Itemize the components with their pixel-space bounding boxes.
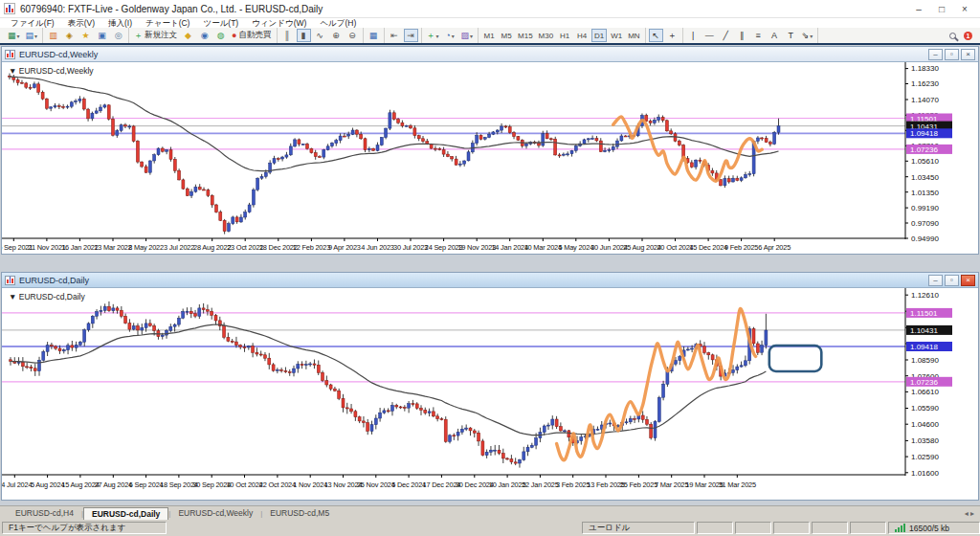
chart-restore-button[interactable]: ▫ (945, 275, 959, 286)
new-order-button[interactable]: ＋新規注文 (132, 29, 179, 42)
line-chart-mode-button[interactable]: ∿ (313, 29, 327, 42)
menu-chart[interactable]: チャート(C) (139, 18, 196, 28)
vertical-line-button[interactable]: | (686, 29, 701, 42)
menu-help[interactable]: ヘルプ(H) (313, 18, 363, 28)
svg-text:8 May 2022: 8 May 2022 (128, 243, 164, 252)
main-titlebar[interactable]: 60796940: FXTF-Live - Goldenway Japan Co… (0, 0, 980, 18)
minimize-button[interactable]: – (907, 1, 930, 16)
timeframe-d1[interactable]: D1 (591, 29, 607, 42)
menu-view[interactable]: 表示(V) (61, 18, 101, 28)
timeframe-h1[interactable]: H1 (557, 29, 572, 42)
close-button[interactable]: × (953, 1, 976, 16)
svg-text:1.01350: 1.01350 (911, 189, 939, 197)
svg-text:15 Dec 2024: 15 Dec 2024 (689, 243, 727, 252)
new-chart-button[interactable]: ▦▾ (6, 29, 22, 42)
timeframe-m15[interactable]: M15 (516, 29, 535, 42)
tab-eurusd-h4[interactable]: EURUSD-cd,H4 (8, 507, 81, 520)
timeframe-m1[interactable]: M1 (481, 29, 497, 42)
timeframe-mn[interactable]: MN (626, 29, 641, 42)
notifications-icon[interactable]: 1 (964, 32, 972, 40)
tile-windows-button[interactable]: ▦ (367, 29, 381, 42)
text-button[interactable]: A (768, 29, 782, 42)
svg-text:30 Dec 2024: 30 Dec 2024 (456, 480, 494, 489)
svg-text:1.11501: 1.11501 (910, 309, 938, 318)
auto-scroll-button[interactable]: ⇤ (388, 29, 402, 42)
svg-text:1.01600: 1.01600 (911, 469, 939, 478)
chart-symbol-label[interactable]: ▼ EURUSD-cd,Weekly (9, 66, 94, 76)
chart-minimize-button[interactable]: – (928, 49, 943, 60)
navigator-icon: ◈ (66, 32, 73, 40)
new-chart-icon: ▦ (8, 32, 16, 40)
auto-trading-button[interactable]: ●自動売買 (230, 29, 273, 42)
line-chart-mode-icon: ∿ (316, 32, 323, 40)
tab-eurusd-m5[interactable]: EURUSD-cd,M5 (262, 507, 337, 520)
horizontal-line-icon: — (705, 32, 714, 40)
market-watch-button[interactable]: ▥ (46, 29, 60, 42)
daily-chart-titlebar[interactable]: EURUSD-cd,Daily – ▫ × (2, 273, 978, 288)
menu-window[interactable]: ウィンドウ(W) (245, 18, 313, 28)
equidistant-channel-icon: ∥ (740, 32, 745, 40)
axes: 1.126101.116001.105901.096001.085901.076… (2, 288, 939, 489)
zoom-in-button[interactable]: ⊕ (329, 29, 344, 42)
indicators-button[interactable]: ＋▾ (425, 29, 441, 42)
status-empty-cell (735, 522, 771, 534)
terminal-button[interactable]: ▣ (95, 29, 109, 42)
tab-eurusd-daily[interactable]: EURUSD-cd,Daily (83, 507, 168, 520)
maximize-button[interactable]: □ (930, 1, 953, 16)
chart-symbol-label[interactable]: ▼ EURUSD-cd,Daily (9, 292, 85, 302)
equidistant-channel-button[interactable]: ∥ (735, 29, 749, 42)
menu-file[interactable]: ファイル(F) (4, 18, 61, 28)
fibonacci-button[interactable]: ≡ (751, 29, 766, 42)
dropdown-caret-icon: ▾ (470, 33, 473, 39)
periods-button[interactable]: ◔▾ (443, 29, 457, 42)
tab-eurusd-weekly[interactable]: EURUSD-cd,Weekly (170, 507, 260, 520)
market-button[interactable]: ◍ (213, 29, 228, 42)
svg-text:22 Jan 2025: 22 Jan 2025 (522, 480, 559, 489)
svg-text:16 Jan 2022: 16 Jan 2022 (61, 243, 99, 252)
svg-text:1.16230: 1.16230 (911, 79, 939, 88)
navigator-button[interactable]: ◈ (62, 29, 77, 42)
crosshair-button[interactable]: ＋ (665, 29, 679, 42)
cursor-button[interactable]: ↖ (649, 29, 663, 42)
trendline-button[interactable]: ╱ (719, 29, 733, 42)
weekly-chart-canvas[interactable]: 1.183301.162301.140701.119201.098101.077… (2, 62, 978, 254)
arrows-button[interactable]: ⇘▾ (800, 29, 815, 42)
chart-close-button[interactable]: × (961, 275, 975, 286)
timeframe-w1[interactable]: W1 (609, 29, 624, 42)
chart-close-button[interactable]: × (961, 49, 975, 60)
zoom-out-button[interactable]: ⊖ (345, 29, 360, 42)
metaeditor-button[interactable]: ◆ (181, 29, 195, 42)
community-button[interactable]: ◉ (197, 29, 212, 42)
candlestick-mode-icon: ▮ (301, 32, 306, 40)
daily-chart-canvas[interactable]: 1.126101.116001.105901.096001.085901.076… (2, 288, 978, 500)
candlestick-mode-button[interactable]: ▮ (297, 29, 311, 42)
daily-chart-window: EURUSD-cd,Daily – ▫ × 1.126101.116001.10… (1, 272, 979, 501)
chart-minimize-button[interactable]: – (928, 275, 943, 286)
menu-insert[interactable]: 挿入(I) (101, 18, 139, 28)
text-label-button[interactable]: T (784, 29, 798, 42)
horizontal-line-button[interactable]: — (702, 29, 717, 42)
profiles-button[interactable]: ▤▾ (24, 29, 40, 42)
strategy-tester-icon: ◎ (115, 32, 122, 40)
dropdown-caret-icon: ▾ (810, 33, 813, 39)
tab-scroll-arrows[interactable]: ◂ ▸ (965, 509, 980, 518)
rectangle-annotation[interactable] (769, 346, 822, 371)
strategy-tester-button[interactable]: ◎ (111, 29, 125, 42)
timeframe-m5[interactable]: M5 (499, 29, 514, 42)
svg-text:1.03580: 1.03580 (911, 436, 939, 445)
menu-tools[interactable]: ツール(T) (196, 18, 245, 28)
community-icon: ◉ (201, 32, 209, 40)
cursor-icon: ↖ (652, 32, 659, 40)
templates-button[interactable]: ▨▾ (459, 29, 476, 42)
weekly-chart-titlebar[interactable]: EURUSD-cd,Weekly – ▫ × (2, 47, 978, 62)
bar-chart-mode-button[interactable]: ║ (280, 29, 295, 42)
timeframe-h4[interactable]: H4 (574, 29, 590, 42)
timeframe-m30[interactable]: M30 (537, 29, 556, 42)
svg-text:4 Jun 2023: 4 Jun 2023 (361, 243, 394, 252)
status-empty-cell (697, 522, 733, 534)
chart-shift-button[interactable]: ⇥ (404, 29, 418, 42)
svg-text:19 Nov 2023: 19 Nov 2023 (457, 243, 496, 252)
favorites-button[interactable]: ★ (78, 29, 93, 42)
chart-restore-button[interactable]: ▫ (945, 49, 959, 60)
search-icon[interactable] (949, 33, 956, 39)
